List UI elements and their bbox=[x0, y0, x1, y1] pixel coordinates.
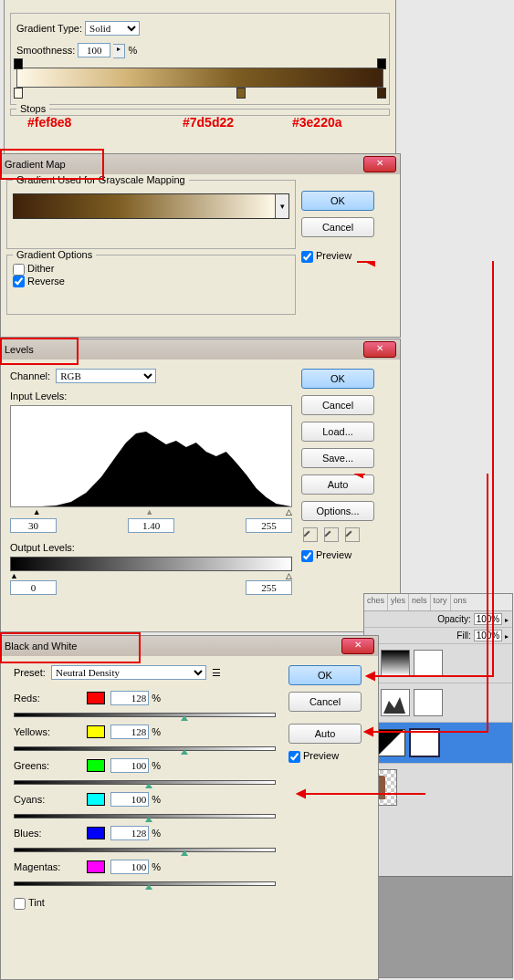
ok-button[interactable]: OK bbox=[301, 369, 374, 389]
fill-value[interactable]: 100% bbox=[474, 630, 503, 641]
ok-button[interactable]: OK bbox=[288, 665, 362, 685]
input-white[interactable] bbox=[246, 518, 292, 533]
preview-check[interactable]: Preview bbox=[301, 549, 351, 560]
bw-row: Blues: % bbox=[14, 826, 276, 852]
input-gamma[interactable] bbox=[128, 518, 174, 533]
output-ramp[interactable] bbox=[10, 557, 292, 571]
pct: % bbox=[128, 45, 137, 56]
tint-check[interactable]: Tint bbox=[14, 897, 45, 908]
color-stop[interactable] bbox=[14, 88, 23, 99]
preset-label: Preset: bbox=[14, 667, 46, 678]
gradient-type-select[interactable]: Solid bbox=[85, 21, 140, 36]
color-swatch bbox=[87, 692, 105, 704]
bw-label: Yellows: bbox=[14, 726, 87, 737]
stops-label: Stops bbox=[16, 103, 49, 114]
input-levels-label: Input Levels: bbox=[10, 391, 292, 401]
pct: % bbox=[152, 794, 161, 805]
channel-select[interactable]: RGB bbox=[56, 369, 156, 383]
tab[interactable]: ons bbox=[451, 594, 470, 610]
gradopt-title: Gradient Options bbox=[13, 249, 96, 260]
channel-label: Channel: bbox=[10, 370, 50, 381]
bw-slider[interactable] bbox=[14, 713, 276, 717]
load-button[interactable]: Load... bbox=[301, 422, 374, 442]
color-stop[interactable] bbox=[236, 88, 246, 99]
gradient-bar[interactable] bbox=[16, 68, 383, 88]
preset-select[interactable]: Neutral Density bbox=[51, 665, 206, 680]
reverse-check[interactable]: Reverse bbox=[13, 276, 65, 287]
output-black[interactable] bbox=[10, 580, 57, 595]
cancel-button[interactable]: Cancel bbox=[301, 217, 374, 237]
bw-value-input[interactable] bbox=[110, 725, 149, 739]
gradient-dropdown[interactable]: ▾ bbox=[275, 194, 288, 218]
cancel-button[interactable]: Cancel bbox=[301, 395, 374, 415]
opacity-stop[interactable] bbox=[377, 58, 386, 69]
smoothness-label: Smoothness: bbox=[16, 45, 75, 56]
bw-slider[interactable] bbox=[14, 848, 276, 852]
bw-slider[interactable] bbox=[14, 780, 276, 785]
pct: % bbox=[152, 861, 161, 872]
layer-row[interactable]: ●▾ bbox=[364, 644, 512, 683]
bw-label: Cyans: bbox=[14, 794, 87, 805]
color-stop[interactable] bbox=[377, 88, 386, 99]
bw-value-input[interactable] bbox=[110, 691, 149, 705]
fill-label: Fill: bbox=[456, 631, 471, 641]
pct: % bbox=[152, 726, 161, 737]
auto-button[interactable]: Auto bbox=[288, 724, 362, 744]
bw-slider[interactable] bbox=[14, 814, 276, 818]
close-icon[interactable]: ✕ bbox=[363, 156, 396, 172]
bw-label: Greens: bbox=[14, 760, 87, 771]
bw-row: Magentas: % bbox=[14, 860, 276, 886]
layer-thumb-gradmap-icon bbox=[381, 650, 410, 677]
tab[interactable]: nels bbox=[409, 594, 431, 610]
gray-dropper-icon[interactable] bbox=[324, 527, 339, 542]
ok-button[interactable]: OK bbox=[301, 191, 374, 211]
bw-row: Cyans: % bbox=[14, 792, 276, 818]
opacity-stop[interactable] bbox=[14, 58, 23, 69]
preview-check[interactable]: Preview bbox=[288, 750, 339, 761]
preset-menu-icon[interactable]: ☰ bbox=[212, 667, 226, 680]
bw-slider[interactable] bbox=[14, 881, 276, 886]
smoothness-input[interactable] bbox=[78, 43, 110, 57]
bw-label: Blues: bbox=[14, 828, 87, 839]
preview-check[interactable]: Preview bbox=[301, 250, 351, 261]
bw-row: Yellows: % bbox=[14, 725, 276, 751]
layer-row[interactable] bbox=[364, 764, 512, 811]
close-icon[interactable]: ✕ bbox=[363, 341, 396, 358]
gradient-preview[interactable] bbox=[14, 194, 275, 218]
save-button[interactable]: Save... bbox=[301, 448, 374, 468]
bw-row: Reds: % bbox=[14, 691, 276, 717]
bw-title: Black and White bbox=[5, 641, 77, 652]
tab[interactable]: ches bbox=[364, 594, 388, 610]
output-white[interactable] bbox=[246, 580, 292, 595]
auto-button[interactable]: Auto bbox=[301, 474, 374, 495]
bw-value-input[interactable] bbox=[110, 826, 149, 840]
dither-check[interactable]: Dither bbox=[13, 263, 54, 274]
color-swatch bbox=[87, 725, 105, 738]
bw-row: Greens: % bbox=[14, 758, 276, 785]
bw-label: Reds: bbox=[14, 693, 87, 704]
cancel-button[interactable]: Cancel bbox=[288, 692, 362, 712]
close-icon[interactable]: ✕ bbox=[341, 638, 374, 654]
options-button[interactable]: Options... bbox=[301, 501, 374, 521]
color-annot-1: #fef8e8 bbox=[27, 115, 71, 130]
bw-slider[interactable] bbox=[14, 746, 276, 751]
layer-thumb-bw-icon bbox=[376, 729, 405, 756]
color-swatch bbox=[87, 793, 105, 806]
bw-value-input[interactable] bbox=[110, 860, 149, 874]
color-swatch bbox=[87, 759, 105, 772]
black-dropper-icon[interactable] bbox=[303, 527, 318, 542]
input-black[interactable] bbox=[10, 518, 57, 533]
tab[interactable]: yles bbox=[388, 594, 409, 610]
white-dropper-icon[interactable] bbox=[345, 527, 360, 542]
gradmap-grp-title: Gradient Used for Grayscale Mapping bbox=[13, 174, 189, 185]
layer-mask bbox=[409, 728, 440, 757]
bw-value-input[interactable] bbox=[110, 792, 149, 807]
bw-value-input[interactable] bbox=[110, 758, 149, 773]
tab[interactable]: tory bbox=[431, 594, 451, 610]
pct: % bbox=[152, 693, 161, 704]
layer-row-selected[interactable]: ● bbox=[364, 723, 512, 764]
pct: % bbox=[152, 760, 161, 771]
opacity-value[interactable]: 100% bbox=[474, 613, 503, 625]
color-swatch bbox=[87, 827, 105, 839]
layer-row[interactable]: ●▾ bbox=[364, 683, 512, 723]
